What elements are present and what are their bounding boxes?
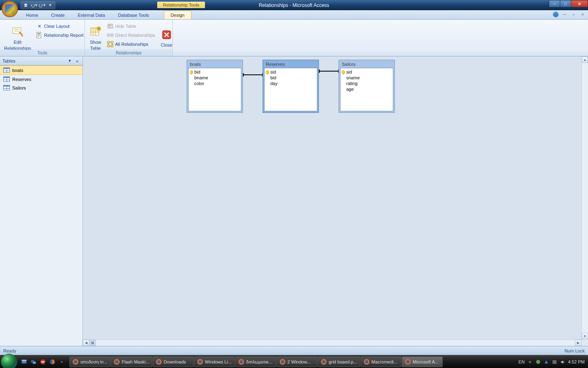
tray-icon[interactable] (552, 359, 557, 365)
taskbar-app[interactable]: Microsoft A... (402, 357, 443, 367)
relationship-report-button[interactable]: Relationship Report (33, 31, 86, 39)
close-icon (160, 28, 173, 41)
app-icon (197, 359, 203, 365)
office-button[interactable] (2, 1, 18, 17)
tab-external-data[interactable]: External Data (71, 11, 111, 19)
svg-rect-20 (33, 361, 36, 364)
show-desktop-icon[interactable] (20, 357, 29, 367)
tab-database-tools[interactable]: Database Tools (111, 11, 156, 19)
nav-item-sailors[interactable]: Sailors (0, 83, 82, 92)
window-maximize-button[interactable]: □ (560, 0, 571, 7)
relationship-canvas[interactable]: boatsbidbnamecolorReservessidbiddaySailo… (83, 56, 581, 339)
tab-create[interactable]: Create (45, 11, 71, 19)
scroll-right-icon[interactable]: ▶ (575, 340, 581, 346)
table-box-title[interactable]: boats (188, 61, 241, 68)
svg-rect-11 (111, 34, 113, 36)
taskbar-app-label: διπλωματικ... (246, 359, 272, 364)
ql-more-icon[interactable]: » (57, 357, 66, 367)
ql-firefox-icon[interactable] (48, 357, 57, 367)
qat-customize-icon[interactable]: ▾ (47, 2, 54, 9)
nav-item-label: boats (12, 68, 23, 73)
table-field[interactable]: sid (341, 69, 393, 75)
ql-app-icon[interactable] (38, 357, 47, 367)
nav-dropdown-icon[interactable]: ▾ (67, 58, 73, 64)
table-field[interactable]: day (265, 81, 317, 86)
taskbar-app[interactable]: Downloads (153, 357, 194, 367)
window-controls: ─ □ ✕ (549, 0, 588, 7)
svg-rect-10 (107, 34, 109, 36)
taskbar-app[interactable]: grid based.p... (318, 357, 360, 367)
scroll-down-icon[interactable]: ▼ (582, 333, 588, 339)
tray-expand-icon[interactable]: < (527, 359, 533, 365)
svg-point-37 (322, 360, 325, 364)
taskbar-app-label: grid based.p... (329, 359, 357, 364)
ribbon-tabs: Home Create External Data Database Tools… (0, 10, 588, 20)
start-button[interactable] (1, 354, 17, 368)
help-icon[interactable]: ? (553, 11, 559, 17)
window-minimize-button[interactable]: ─ (549, 0, 560, 7)
undo-icon[interactable]: ▾ (30, 2, 38, 9)
svg-point-33 (240, 360, 243, 364)
table-field[interactable]: sname (341, 75, 393, 81)
table-box-boats[interactable]: boatsbidbnamecolor (187, 60, 243, 113)
vertical-scrollbar[interactable]: ▲ ▼ (581, 56, 588, 339)
scroll-up-icon[interactable]: ▲ (582, 56, 588, 63)
app-icon (363, 359, 370, 365)
tray-volume-icon[interactable] (560, 359, 566, 365)
app-icon (279, 359, 286, 365)
ribbon-group-tools: Edit Relationships ✕Clear Layout Relatio… (0, 20, 85, 56)
clock[interactable]: 4:52 PM (568, 359, 585, 364)
table-icon (3, 85, 10, 90)
app-icon (405, 359, 411, 365)
ribbon-close-icon[interactable]: × (580, 11, 586, 17)
status-text: Ready (3, 348, 16, 353)
taskbar-app[interactable]: Flash Maski... (111, 357, 152, 367)
taskbar-app[interactable]: αποδοση in... (69, 357, 110, 367)
table-box-title[interactable]: Sailors (340, 61, 393, 68)
save-icon[interactable] (22, 2, 29, 9)
table-field[interactable]: bid (265, 75, 317, 81)
table-field[interactable]: bname (189, 75, 241, 81)
taskbar-app[interactable]: Macromedi... (361, 357, 401, 367)
tab-design[interactable]: Design (164, 11, 192, 19)
svg-point-29 (157, 360, 160, 364)
app-icon (238, 359, 245, 365)
table-box-reserves[interactable]: Reservessidbidday (263, 60, 319, 113)
scroll-left-icon[interactable]: ◀ (83, 340, 89, 346)
ribbon-group-label: Relationships (85, 49, 172, 56)
relationship-line[interactable] (319, 71, 339, 72)
taskbar-app[interactable]: Windows Li... (194, 357, 235, 367)
table-box-sailors[interactable]: Sailorssidsnameratingage (339, 60, 395, 113)
nav-item-boats[interactable]: boats (0, 65, 82, 75)
clear-layout-icon: ✕ (36, 23, 42, 29)
navigation-pane-header[interactable]: Tables ▾ « (0, 56, 82, 65)
ribbon-group-relationships: Show Table Hide Table Direct Relationshi… (85, 20, 173, 56)
view-switcher-icon[interactable]: ▦ (89, 340, 96, 346)
nav-collapse-icon[interactable]: « (74, 58, 80, 64)
redo-icon[interactable]: ▾ (38, 2, 46, 9)
table-field[interactable]: age (341, 86, 393, 92)
relationship-line[interactable] (243, 74, 263, 75)
tray-icon[interactable] (535, 359, 541, 365)
table-field[interactable]: sid (265, 69, 317, 75)
switch-windows-icon[interactable] (29, 357, 38, 367)
window-close-button[interactable]: ✕ (571, 0, 588, 7)
hide-table-button: Hide Table (105, 22, 158, 30)
ribbon-minimize-icon[interactable]: ─ (562, 11, 568, 17)
table-field[interactable]: rating (341, 81, 393, 86)
clear-layout-button[interactable]: ✕Clear Layout (33, 22, 86, 30)
language-indicator[interactable]: EN (519, 359, 525, 364)
taskbar-app-label: Downloads (164, 359, 186, 364)
table-box-title[interactable]: Reserves (264, 61, 317, 68)
tray-icon[interactable] (543, 359, 549, 365)
all-relationships-button[interactable]: All Relationships (105, 40, 158, 48)
table-field[interactable]: bid (189, 69, 241, 75)
table-field[interactable]: color (189, 81, 241, 86)
taskbar-apps: αποδοση in...Flash Maski...DownloadsWind… (69, 357, 515, 367)
tab-home[interactable]: Home (20, 11, 45, 19)
horizontal-scrollbar[interactable]: ◀ ▦ ▶ (83, 339, 581, 346)
taskbar-app[interactable]: 2 Window... (276, 357, 317, 367)
nav-item-reserves[interactable]: Reserves (0, 75, 82, 83)
taskbar-app[interactable]: διπλωματικ... (235, 357, 276, 367)
ribbon-restore-icon[interactable]: ▫ (571, 11, 577, 17)
